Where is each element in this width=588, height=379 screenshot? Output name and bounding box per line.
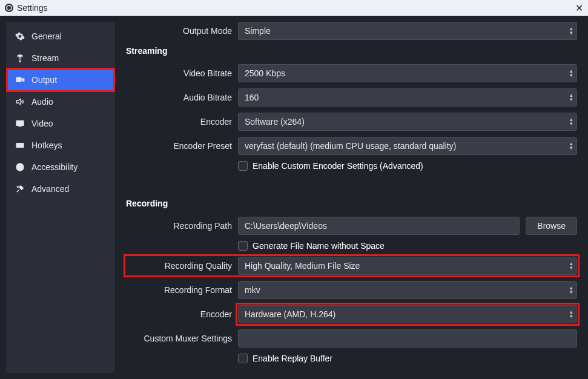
speaker-icon bbox=[15, 96, 25, 107]
recording-section-title: Recording bbox=[126, 199, 577, 208]
svg-rect-0 bbox=[16, 77, 21, 82]
obs-app-icon bbox=[5, 4, 13, 12]
streaming-section-title: Streaming bbox=[126, 46, 577, 56]
sidebar-item-advanced[interactable]: Advanced bbox=[6, 178, 115, 200]
replay-buffer-checkbox-label: Enable Replay Buffer bbox=[253, 354, 332, 363]
recording-encoder-label: Encoder bbox=[126, 309, 232, 319]
output-mode-value: Simple bbox=[245, 26, 271, 36]
recording-encoder-select[interactable]: Hardware (AMD, H.264) ▴▾ bbox=[238, 305, 577, 323]
muxer-input[interactable] bbox=[238, 329, 577, 348]
gen-filename-checkbox-label: Generate File Name without Space bbox=[253, 241, 385, 251]
recording-path-label: Recording Path bbox=[126, 221, 232, 231]
sidebar-item-audio[interactable]: Audio bbox=[6, 91, 115, 113]
sidebar: General Stream Output Audio Video Hotkey… bbox=[6, 22, 115, 373]
video-bitrate-value: 2500 Kbps bbox=[245, 68, 285, 78]
recording-quality-label: Recording Quality bbox=[126, 261, 232, 271]
recording-format-select[interactable]: mkv ▴▾ bbox=[238, 281, 577, 299]
advanced-encoder-checkbox-label: Enable Custom Encoder Settings (Advanced… bbox=[253, 161, 423, 171]
svg-rect-2 bbox=[16, 143, 24, 148]
video-bitrate-label: Video Bitrate bbox=[126, 68, 232, 78]
window-title: Settings bbox=[17, 3, 48, 13]
sidebar-item-label: General bbox=[31, 31, 62, 41]
recording-quality-select[interactable]: High Quality, Medium File Size ▴▾ bbox=[238, 257, 577, 275]
sidebar-item-video[interactable]: Video bbox=[6, 113, 115, 134]
close-icon[interactable]: ✕ bbox=[575, 2, 583, 14]
sidebar-item-label: Hotkeys bbox=[31, 140, 62, 150]
chevron-updown-icon: ▴▾ bbox=[570, 93, 573, 102]
sidebar-item-accessibility[interactable]: Accessibility bbox=[6, 156, 115, 178]
sidebar-item-label: Accessibility bbox=[31, 162, 78, 172]
svg-point-4 bbox=[19, 165, 21, 166]
gen-filename-checkbox[interactable] bbox=[238, 241, 248, 251]
accessibility-icon bbox=[15, 162, 25, 173]
recording-format-label: Recording Format bbox=[126, 285, 232, 295]
sidebar-item-label: Video bbox=[31, 119, 53, 128]
recording-path-input[interactable]: C:\Users\deep\Videos bbox=[238, 217, 520, 235]
sidebar-item-label: Stream bbox=[31, 53, 59, 63]
encoder-preset-label: Encoder Preset bbox=[126, 141, 232, 151]
audio-bitrate-select[interactable]: 160 ▴▾ bbox=[238, 88, 577, 107]
monitor-icon bbox=[15, 118, 25, 129]
audio-bitrate-value: 160 bbox=[245, 93, 259, 102]
chevron-updown-icon: ▴▾ bbox=[570, 262, 573, 270]
encoder-preset-select[interactable]: veryfast (default) (medium CPU usage, st… bbox=[238, 137, 577, 155]
output-icon bbox=[15, 74, 25, 85]
streaming-encoder-label: Encoder bbox=[126, 117, 232, 127]
chevron-updown-icon: ▴▾ bbox=[570, 69, 573, 77]
sidebar-item-output[interactable]: Output bbox=[6, 69, 115, 91]
sidebar-item-label: Audio bbox=[31, 97, 53, 107]
keyboard-icon bbox=[15, 140, 25, 151]
encoder-preset-value: veryfast (default) (medium CPU usage, st… bbox=[245, 141, 456, 151]
streaming-encoder-select[interactable]: Software (x264) ▴▾ bbox=[238, 113, 577, 131]
gear-icon bbox=[15, 31, 25, 42]
output-mode-select[interactable]: Simple ▴▾ bbox=[238, 22, 577, 40]
sidebar-item-general[interactable]: General bbox=[6, 25, 115, 47]
tools-icon bbox=[15, 183, 25, 194]
chevron-updown-icon: ▴▾ bbox=[570, 286, 573, 294]
audio-bitrate-label: Audio Bitrate bbox=[126, 93, 232, 102]
recording-quality-value: High Quality, Medium File Size bbox=[245, 261, 360, 271]
titlebar: Settings ✕ bbox=[0, 0, 588, 16]
muxer-label: Custom Muxer Settings bbox=[126, 334, 232, 343]
sidebar-item-stream[interactable]: Stream bbox=[6, 47, 115, 69]
video-bitrate-input[interactable]: 2500 Kbps ▴▾ bbox=[238, 64, 577, 82]
sidebar-item-hotkeys[interactable]: Hotkeys bbox=[6, 134, 115, 156]
replay-buffer-checkbox[interactable] bbox=[238, 354, 248, 363]
streaming-encoder-value: Software (x264) bbox=[245, 117, 305, 127]
svg-rect-1 bbox=[16, 120, 24, 125]
sidebar-item-label: Advanced bbox=[31, 184, 69, 194]
antenna-icon bbox=[15, 53, 25, 64]
recording-encoder-value: Hardware (AMD, H.264) bbox=[245, 309, 335, 319]
recording-format-value: mkv bbox=[245, 285, 260, 295]
browse-button[interactable]: Browse bbox=[526, 217, 577, 235]
chevron-updown-icon: ▴▾ bbox=[570, 27, 573, 35]
chevron-updown-icon: ▴▾ bbox=[570, 117, 573, 126]
chevron-updown-icon: ▴▾ bbox=[570, 142, 573, 150]
sidebar-item-label: Output bbox=[31, 75, 57, 85]
output-mode-label: Output Mode bbox=[126, 26, 232, 36]
chevron-updown-icon: ▴▾ bbox=[570, 310, 573, 318]
content-pane: Output Mode Simple ▴▾ Streaming Video Bi… bbox=[115, 16, 588, 379]
advanced-encoder-checkbox[interactable] bbox=[238, 161, 248, 171]
recording-path-value: C:\Users\deep\Videos bbox=[245, 221, 327, 231]
